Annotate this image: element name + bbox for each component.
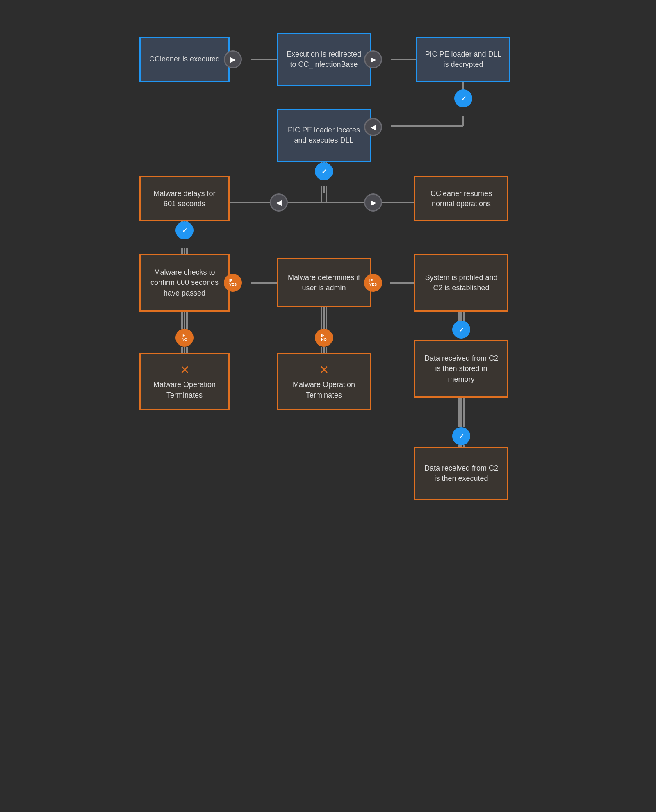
node-terminate-2: ✕ Malware Operation Terminates xyxy=(277,353,371,410)
x-mark-2: ✕ xyxy=(319,362,329,378)
connector-left-1: ◀ xyxy=(364,118,382,136)
node-ccleaner-executed: CCleaner is executed xyxy=(139,37,230,82)
connector-right-1: ▶ xyxy=(224,50,242,68)
flow-diagram: CCleaner is executed Execution is redire… xyxy=(127,16,529,795)
connector-down-3: ✓ xyxy=(175,221,194,239)
connector-down-5: ✓ xyxy=(452,427,470,445)
connector-if-yes-2: IFYES xyxy=(364,274,382,292)
connector-right-2: ▶ xyxy=(364,50,382,68)
node-pic-pe-loader-exec: PIC PE loader locates and executes DLL xyxy=(277,109,371,162)
x-mark-1: ✕ xyxy=(180,362,189,378)
connector-if-yes-1: IFYES xyxy=(224,274,242,292)
connector-if-no-2: IFNO xyxy=(315,329,333,347)
connector-down-1: ✓ xyxy=(454,89,472,107)
connector-down-2: ✓ xyxy=(315,162,333,180)
connector-if-no-1: IFNO xyxy=(175,329,194,347)
connector-left-2: ◀ xyxy=(270,193,288,212)
connector-down-4: ✓ xyxy=(452,321,470,339)
node-data-executed: Data received from C2 is then executed xyxy=(414,447,508,500)
node-malware-delays: Malware delays for 601 seconds xyxy=(139,176,230,221)
node-execution-redirected: Execution is redirected to CC_InfectionB… xyxy=(277,33,371,86)
connector-right-3: ▶ xyxy=(364,193,382,212)
node-ccleaner-resumes: CCleaner resumes normal operations xyxy=(414,176,508,221)
node-pic-pe-loader-decrypt: PIC PE loader and DLL is decrypted xyxy=(416,37,510,82)
node-terminate-1: ✕ Malware Operation Terminates xyxy=(139,353,230,410)
node-malware-checks: Malware checks to confirm 600 seconds ha… xyxy=(139,254,230,312)
node-malware-admin: Malware determines if user is admin xyxy=(277,258,371,307)
node-data-stored: Data received from C2 is then stored in … xyxy=(414,340,508,398)
node-system-profiled: System is profiled and C2 is established xyxy=(414,254,508,312)
